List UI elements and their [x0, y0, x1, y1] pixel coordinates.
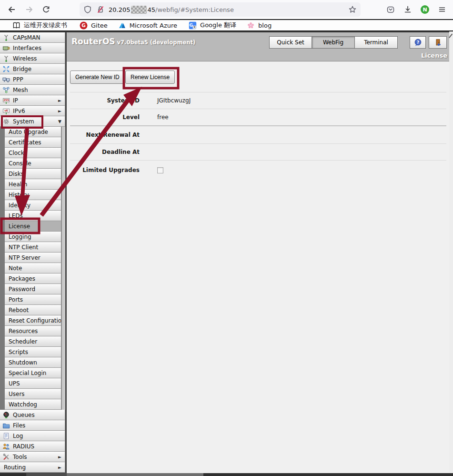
- sidebar-item-ipv6[interactable]: v6 IPv6 ►: [0, 106, 65, 116]
- limited-upgrades-checkbox[interactable]: [157, 167, 163, 173]
- submenu-item-ntp-client[interactable]: NTP Client: [5, 242, 61, 253]
- submenu-item-ntp-server[interactable]: NTP Server: [5, 253, 61, 263]
- bookmark-star-icon[interactable]: [348, 5, 357, 14]
- sidebar-item-bridge[interactable]: Bridge: [0, 64, 65, 74]
- reload-button[interactable]: [39, 2, 53, 17]
- forward-button[interactable]: [22, 2, 36, 17]
- sidebar-bottom-items: Queues Files Log RADIUS Tools ► Routing: [0, 410, 65, 473]
- bookmark-label: Microsoft Azure: [130, 22, 177, 29]
- sidebar-item-radius[interactable]: RADIUS: [0, 441, 65, 452]
- submenu-item-leds[interactable]: LEDs: [5, 211, 61, 221]
- insecure-lock-icon: [96, 5, 105, 14]
- edit-skin-pencil-icon[interactable]: [448, 32, 453, 39]
- url-path: /webfig/#System:License: [155, 6, 234, 13]
- sidebar-item-routing[interactable]: Routing ►: [0, 462, 65, 473]
- pocket-button[interactable]: [383, 2, 398, 17]
- bookmark-google-translate[interactable]: G Google 翻译: [187, 20, 238, 30]
- sidebar-item-ppp[interactable]: PPP: [0, 74, 65, 85]
- book-icon: [12, 21, 20, 30]
- sidebar-item-interfaces[interactable]: Interfaces: [0, 43, 65, 53]
- submenu-item-password[interactable]: Password: [5, 284, 61, 294]
- bridge-icon: [2, 65, 10, 73]
- webfig-button[interactable]: WebFig: [312, 36, 355, 49]
- bookmark-azure[interactable]: Microsoft Azure: [116, 20, 179, 30]
- sidebar-item-label: Bridge: [13, 66, 31, 72]
- downloads-button[interactable]: [401, 2, 415, 17]
- sidebar-item-label: IPv6: [13, 108, 25, 114]
- sidebar-item-system[interactable]: System ▼: [0, 116, 65, 127]
- submenu-item-reset-configuration[interactable]: Reset Configuration: [5, 315, 61, 326]
- sidebar-item-label: PPP: [13, 76, 23, 83]
- interface-card-icon: [2, 44, 10, 52]
- sidebar-item-queues[interactable]: Queues: [0, 410, 65, 420]
- gauge-icon: [2, 411, 10, 419]
- hamburger-menu-icon: [438, 5, 446, 14]
- scrollbar-segment: [26, 473, 67, 476]
- submenu-item-clock[interactable]: Clock: [5, 148, 61, 158]
- field-row-system-id: System ID JGItbcwuzgJ: [70, 92, 446, 109]
- sidebar-item-log[interactable]: Log: [0, 431, 65, 441]
- sidebar-item-files[interactable]: Files: [0, 420, 65, 431]
- sidebar-item-mesh[interactable]: Mesh: [0, 85, 65, 95]
- sidebar-item-wireless[interactable]: Wireless: [0, 53, 65, 64]
- help-button[interactable]: ?: [410, 36, 426, 49]
- sidebar-item-capsman[interactable]: CAPsMAN: [0, 32, 65, 43]
- bookmark-gitee[interactable]: G Gitee: [78, 20, 110, 30]
- submenu-item-users[interactable]: Users: [5, 389, 61, 399]
- submenu-arrow-down: ▼: [58, 119, 61, 124]
- submenu-item-identity[interactable]: Identity: [5, 200, 61, 211]
- submenu-item-reboot[interactable]: Reboot: [5, 305, 61, 315]
- submenu-arrow-right: ►: [58, 455, 61, 459]
- submenu-arrow-right: ►: [58, 98, 61, 103]
- submenu-item-packages[interactable]: Packages: [5, 273, 61, 284]
- field-row-next-renewal-at: Next Renewal At: [70, 126, 446, 144]
- extension-button[interactable]: N: [418, 2, 432, 17]
- submenu-item-health[interactable]: Health: [5, 179, 61, 190]
- help-icon: ?: [414, 39, 422, 47]
- submenu-item-watchdog[interactable]: Watchdog: [5, 399, 61, 410]
- submenu-item-disks[interactable]: Disks: [5, 169, 61, 179]
- flower-icon: [247, 21, 255, 30]
- horizontal-scrollbar-thumb[interactable]: [67, 473, 203, 476]
- submenu-item-special-login[interactable]: Special Login: [5, 368, 61, 378]
- page-title: License: [421, 52, 447, 59]
- sidebar-item-label: System: [13, 118, 34, 125]
- submenu-item-certificates[interactable]: Certificates: [5, 137, 61, 148]
- submenu-item-scheduler[interactable]: Scheduler: [5, 336, 61, 347]
- sidebar-item-label: Mesh: [13, 87, 28, 93]
- logout-button[interactable]: [429, 36, 447, 49]
- submenu-item-history[interactable]: History: [5, 190, 61, 200]
- submenu-scrollbar[interactable]: [61, 127, 65, 410]
- menu-button[interactable]: [435, 2, 449, 17]
- submenu-item-ups[interactable]: UPS: [5, 378, 61, 389]
- submenu-item-scripts[interactable]: Scripts: [5, 347, 61, 357]
- submenu-item-note[interactable]: Note: [5, 263, 61, 273]
- bookmark-blog[interactable]: blog: [245, 20, 273, 30]
- submenu-item-auto-upgrade[interactable]: Auto Upgrade: [5, 127, 61, 137]
- terminal-button[interactable]: Terminal: [355, 36, 398, 49]
- url-bar[interactable]: 20.20545/webfig/#System:License: [80, 2, 361, 17]
- renew-license-button[interactable]: Renew License: [125, 71, 175, 84]
- header-nav: Quick Set WebFig Terminal: [269, 36, 398, 49]
- submenu-item-shutdown[interactable]: Shutdown: [5, 357, 61, 368]
- submenu-item-console[interactable]: Console: [5, 158, 61, 169]
- quick-set-button[interactable]: Quick Set: [269, 36, 312, 49]
- svg-text:v6: v6: [4, 109, 8, 112]
- submenu-item-license[interactable]: License: [5, 221, 61, 232]
- bookmark-label: 运维开发绿皮书: [24, 21, 67, 30]
- submenu-item-resources[interactable]: Resources: [5, 326, 61, 336]
- submenu-item-logging[interactable]: Logging: [5, 232, 61, 242]
- back-button[interactable]: [5, 2, 19, 17]
- back-arrow-icon: [8, 5, 16, 14]
- sidebar-item-label: Tools: [13, 454, 27, 460]
- antenna-icon: [2, 55, 10, 62]
- sidebar-item-ip[interactable]: 255 IP ►: [0, 95, 65, 106]
- submenu-item-ports[interactable]: Ports: [5, 294, 61, 305]
- bookmark-greenbook[interactable]: 运维开发绿皮书: [10, 20, 69, 30]
- toolbar-right-icons: N: [383, 0, 453, 19]
- sidebar-item-tools[interactable]: Tools ►: [0, 452, 65, 462]
- submenu-arrow-right: ►: [58, 465, 61, 470]
- sidebar-item-label: IP: [13, 97, 18, 104]
- svg-text:G: G: [81, 22, 86, 28]
- generate-new-id-button[interactable]: Generate New ID: [70, 71, 125, 84]
